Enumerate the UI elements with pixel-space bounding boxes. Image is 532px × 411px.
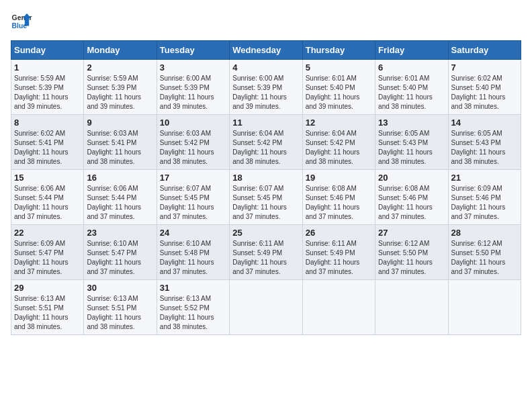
day-number: 26	[306, 228, 372, 238]
cell-info: Sunrise: 6:01 AMSunset: 5:40 PMDaylight:…	[306, 74, 372, 111]
calendar-cell: 20Sunrise: 6:08 AMSunset: 5:46 PMDayligh…	[375, 170, 448, 225]
day-number: 17	[160, 173, 226, 183]
calendar-cell: 24Sunrise: 6:10 AMSunset: 5:48 PMDayligh…	[157, 225, 229, 280]
cell-info: Sunrise: 6:00 AMSunset: 5:39 PMDaylight:…	[232, 74, 299, 111]
weekday-header: Friday	[375, 41, 448, 60]
cell-info: Sunrise: 6:13 AMSunset: 5:51 PMDaylight:…	[14, 294, 81, 332]
calendar-cell: 31Sunrise: 6:13 AMSunset: 5:52 PMDayligh…	[157, 280, 229, 335]
calendar-cell: 22Sunrise: 6:09 AMSunset: 5:47 PMDayligh…	[11, 225, 84, 280]
cell-info: Sunrise: 6:07 AMSunset: 5:45 PMDaylight:…	[232, 184, 299, 222]
calendar-cell: 12Sunrise: 6:04 AMSunset: 5:42 PMDayligh…	[302, 115, 375, 170]
day-number: 9	[87, 118, 153, 128]
logo-icon: General Blue	[11, 11, 32, 32]
calendar-cell: 8Sunrise: 6:02 AMSunset: 5:41 PMDaylight…	[11, 115, 84, 170]
cell-info: Sunrise: 6:02 AMSunset: 5:41 PMDaylight:…	[14, 129, 81, 167]
calendar-cell: 25Sunrise: 6:11 AMSunset: 5:49 PMDayligh…	[230, 225, 302, 280]
calendar-cell: 26Sunrise: 6:11 AMSunset: 5:49 PMDayligh…	[302, 225, 375, 280]
day-number: 28	[451, 228, 518, 238]
day-number: 15	[14, 173, 81, 183]
day-number: 27	[378, 228, 445, 238]
cell-info: Sunrise: 5:59 AMSunset: 5:39 PMDaylight:…	[14, 74, 81, 111]
calendar-cell: 13Sunrise: 6:05 AMSunset: 5:43 PMDayligh…	[375, 115, 448, 170]
cell-info: Sunrise: 6:04 AMSunset: 5:42 PMDaylight:…	[232, 129, 299, 167]
calendar-cell: 29Sunrise: 6:13 AMSunset: 5:51 PMDayligh…	[11, 280, 84, 335]
calendar-week-row: 15Sunrise: 6:06 AMSunset: 5:44 PMDayligh…	[11, 170, 521, 225]
day-number: 31	[160, 283, 226, 293]
cell-info: Sunrise: 6:10 AMSunset: 5:47 PMDaylight:…	[87, 239, 153, 277]
calendar-cell: 1Sunrise: 5:59 AMSunset: 5:39 PMDaylight…	[11, 60, 84, 115]
cell-info: Sunrise: 6:12 AMSunset: 5:50 PMDaylight:…	[378, 239, 445, 277]
cell-info: Sunrise: 6:04 AMSunset: 5:42 PMDaylight:…	[306, 129, 372, 167]
cell-info: Sunrise: 6:13 AMSunset: 5:52 PMDaylight:…	[160, 294, 226, 332]
day-number: 3	[160, 62, 226, 73]
day-number: 23	[87, 228, 153, 238]
calendar-cell: 19Sunrise: 6:08 AMSunset: 5:46 PMDayligh…	[302, 170, 375, 225]
calendar-cell: 16Sunrise: 6:06 AMSunset: 5:44 PMDayligh…	[84, 170, 157, 225]
day-number: 5	[306, 62, 372, 73]
calendar-week-row: 8Sunrise: 6:02 AMSunset: 5:41 PMDaylight…	[11, 115, 521, 170]
day-number: 4	[232, 62, 299, 73]
day-number: 10	[160, 118, 226, 128]
calendar-cell: 6Sunrise: 6:01 AMSunset: 5:40 PMDaylight…	[375, 60, 448, 115]
day-number: 25	[232, 228, 299, 238]
cell-info: Sunrise: 6:06 AMSunset: 5:44 PMDaylight:…	[87, 184, 153, 222]
day-number: 19	[306, 173, 372, 183]
calendar-cell: 4Sunrise: 6:00 AMSunset: 5:39 PMDaylight…	[230, 60, 302, 115]
weekday-header: Tuesday	[157, 41, 229, 60]
cell-info: Sunrise: 6:09 AMSunset: 5:47 PMDaylight:…	[14, 239, 81, 277]
day-number: 14	[451, 118, 518, 128]
calendar-cell: 21Sunrise: 6:09 AMSunset: 5:46 PMDayligh…	[448, 170, 521, 225]
cell-info: Sunrise: 6:08 AMSunset: 5:46 PMDaylight:…	[378, 184, 445, 222]
day-number: 30	[87, 283, 153, 293]
calendar-cell: 14Sunrise: 6:05 AMSunset: 5:43 PMDayligh…	[448, 115, 521, 170]
cell-info: Sunrise: 6:03 AMSunset: 5:41 PMDaylight:…	[87, 129, 153, 167]
calendar-cell: 5Sunrise: 6:01 AMSunset: 5:40 PMDaylight…	[302, 60, 375, 115]
calendar-week-row: 29Sunrise: 6:13 AMSunset: 5:51 PMDayligh…	[11, 280, 521, 335]
calendar-header: SundayMondayTuesdayWednesdayThursdayFrid…	[11, 41, 521, 60]
calendar-cell: 23Sunrise: 6:10 AMSunset: 5:47 PMDayligh…	[84, 225, 157, 280]
cell-info: Sunrise: 6:13 AMSunset: 5:51 PMDaylight:…	[87, 294, 153, 332]
cell-info: Sunrise: 6:07 AMSunset: 5:45 PMDaylight:…	[160, 184, 226, 222]
day-number: 13	[378, 118, 445, 128]
calendar-cell: 18Sunrise: 6:07 AMSunset: 5:45 PMDayligh…	[230, 170, 302, 225]
calendar-week-row: 1Sunrise: 5:59 AMSunset: 5:39 PMDaylight…	[11, 60, 521, 115]
calendar-week-row: 22Sunrise: 6:09 AMSunset: 5:47 PMDayligh…	[11, 225, 521, 280]
cell-info: Sunrise: 6:06 AMSunset: 5:44 PMDaylight:…	[14, 184, 81, 222]
day-number: 29	[14, 283, 81, 293]
calendar-cell	[230, 280, 302, 335]
day-number: 8	[14, 118, 81, 128]
cell-info: Sunrise: 6:12 AMSunset: 5:50 PMDaylight:…	[451, 239, 518, 277]
calendar-cell: 17Sunrise: 6:07 AMSunset: 5:45 PMDayligh…	[157, 170, 229, 225]
day-number: 20	[378, 173, 445, 183]
day-number: 18	[232, 173, 299, 183]
calendar-cell: 28Sunrise: 6:12 AMSunset: 5:50 PMDayligh…	[448, 225, 521, 280]
cell-info: Sunrise: 5:59 AMSunset: 5:39 PMDaylight:…	[87, 74, 153, 111]
calendar-cell: 27Sunrise: 6:12 AMSunset: 5:50 PMDayligh…	[375, 225, 448, 280]
calendar-cell: 15Sunrise: 6:06 AMSunset: 5:44 PMDayligh…	[11, 170, 84, 225]
logo: General Blue	[11, 11, 32, 32]
calendar-table: SundayMondayTuesdayWednesdayThursdayFrid…	[11, 40, 521, 335]
day-number: 6	[378, 62, 445, 73]
cell-info: Sunrise: 6:05 AMSunset: 5:43 PMDaylight:…	[451, 129, 518, 167]
calendar-body: 1Sunrise: 5:59 AMSunset: 5:39 PMDaylight…	[11, 60, 521, 335]
weekday-header: Wednesday	[230, 41, 302, 60]
page-header: General Blue	[11, 11, 521, 32]
calendar-cell: 9Sunrise: 6:03 AMSunset: 5:41 PMDaylight…	[84, 115, 157, 170]
day-number: 11	[232, 118, 299, 128]
day-number: 1	[14, 62, 81, 73]
calendar-cell	[375, 280, 448, 335]
calendar-cell	[448, 280, 521, 335]
day-number: 21	[451, 173, 518, 183]
calendar-cell: 30Sunrise: 6:13 AMSunset: 5:51 PMDayligh…	[84, 280, 157, 335]
calendar-cell: 10Sunrise: 6:03 AMSunset: 5:42 PMDayligh…	[157, 115, 229, 170]
day-number: 16	[87, 173, 153, 183]
calendar-cell: 11Sunrise: 6:04 AMSunset: 5:42 PMDayligh…	[230, 115, 302, 170]
cell-info: Sunrise: 6:05 AMSunset: 5:43 PMDaylight:…	[378, 129, 445, 167]
cell-info: Sunrise: 6:08 AMSunset: 5:46 PMDaylight:…	[306, 184, 372, 222]
day-number: 24	[160, 228, 226, 238]
cell-info: Sunrise: 6:11 AMSunset: 5:49 PMDaylight:…	[232, 239, 299, 277]
cell-info: Sunrise: 6:00 AMSunset: 5:39 PMDaylight:…	[160, 74, 226, 111]
calendar-cell: 2Sunrise: 5:59 AMSunset: 5:39 PMDaylight…	[84, 60, 157, 115]
day-number: 2	[87, 62, 153, 73]
cell-info: Sunrise: 6:11 AMSunset: 5:49 PMDaylight:…	[306, 239, 372, 277]
